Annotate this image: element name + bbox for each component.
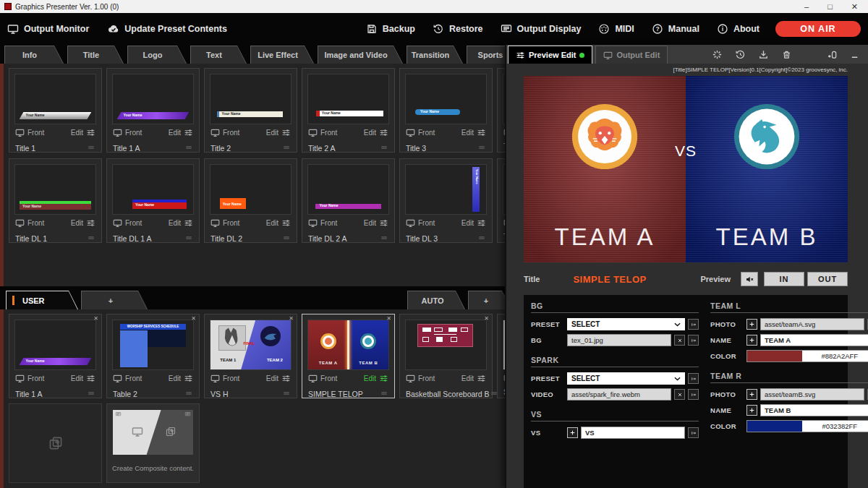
edit-button[interactable]: Edit bbox=[461, 129, 474, 137]
tab-live-effect[interactable]: Live Effect bbox=[250, 46, 314, 64]
team-l-photo-add-button[interactable] bbox=[746, 319, 757, 330]
vs-text-input[interactable] bbox=[581, 427, 685, 439]
team-l-photo-field[interactable] bbox=[760, 318, 864, 330]
tab-transition[interactable]: Transition bbox=[407, 46, 463, 64]
preset-card-title-dl-3[interactable]: Your Name FrontEdit Title DL 3 bbox=[399, 158, 493, 243]
create-composite-card[interactable]: Create Composite content. bbox=[106, 403, 200, 483]
tab-image-and-video[interactable]: Image and Video bbox=[318, 46, 403, 64]
backup-button[interactable]: Backup bbox=[366, 23, 415, 35]
history-restore-icon[interactable] bbox=[735, 49, 746, 60]
mute-button[interactable] bbox=[741, 272, 758, 286]
edit-sliders-icon[interactable] bbox=[477, 374, 486, 383]
trash-icon[interactable] bbox=[781, 49, 792, 60]
drag-handle-icon[interactable] bbox=[477, 142, 486, 155]
edit-button[interactable]: Edit bbox=[364, 374, 376, 382]
close-icon[interactable]: ✕ bbox=[386, 315, 391, 322]
output-monitor-button[interactable]: Output Monitor bbox=[7, 23, 89, 35]
tab-preview-edit[interactable]: Preview Edit bbox=[508, 46, 592, 64]
drag-handle-icon[interactable] bbox=[380, 142, 388, 155]
edit-button[interactable]: Edit bbox=[169, 129, 181, 137]
preset-card-title-1[interactable]: Your Name FrontEdit Title 1 bbox=[9, 68, 102, 153]
drag-handle-icon[interactable] bbox=[87, 232, 95, 245]
bg-apply-button[interactable] bbox=[688, 335, 699, 346]
download-icon[interactable] bbox=[758, 49, 769, 60]
user-card-vs-h[interactable]: ✕ TEAM 1 TEAM 2 FINAL FrontEdit VS H bbox=[204, 314, 297, 398]
vs-add-button[interactable] bbox=[567, 427, 578, 438]
edit-button[interactable]: Edit bbox=[169, 374, 181, 382]
drag-handle-icon[interactable] bbox=[87, 388, 95, 401]
edit-sliders-icon[interactable] bbox=[379, 218, 388, 228]
bg-file-field[interactable] bbox=[567, 334, 671, 346]
preset-card-title-3[interactable]: Your Name FrontEdit Title 3 bbox=[399, 68, 493, 153]
resize-toggle-icon[interactable] bbox=[827, 49, 838, 60]
manual-button[interactable]: Manual bbox=[652, 23, 699, 35]
window-close-button[interactable]: ✕ bbox=[851, 0, 858, 13]
drag-handle-icon[interactable] bbox=[282, 232, 291, 245]
bg-clear-button[interactable] bbox=[674, 335, 685, 346]
edit-button[interactable]: Edit bbox=[266, 129, 278, 137]
edit-button[interactable]: Edit bbox=[461, 219, 474, 227]
close-icon[interactable]: ✕ bbox=[93, 315, 98, 322]
user-card-table-2[interactable]: ✕ WORSHIP SERVICES SCHEDULE FrontEdit Ta… bbox=[106, 314, 200, 398]
edit-button[interactable]: Edit bbox=[71, 219, 83, 227]
tab-user[interactable]: USER bbox=[6, 291, 78, 309]
bg-preset-apply-button[interactable] bbox=[688, 319, 699, 330]
tab-auto[interactable]: AUTO bbox=[407, 291, 465, 309]
edit-button[interactable]: Edit bbox=[266, 374, 278, 382]
close-icon[interactable]: ✕ bbox=[484, 315, 489, 322]
edit-sliders-icon[interactable] bbox=[379, 128, 388, 137]
preset-card-title-dl-2[interactable]: Your Name FrontEdit Title DL 2 bbox=[204, 158, 297, 243]
edit-sliders-icon[interactable] bbox=[379, 374, 388, 383]
preset-card-title-1a[interactable]: Your Name FrontEdit Title 1 A bbox=[106, 68, 200, 153]
spark-preset-apply-button[interactable] bbox=[688, 373, 699, 384]
edit-button[interactable]: Edit bbox=[71, 374, 83, 382]
team-r-color-field[interactable]: #032382FF bbox=[746, 420, 868, 432]
spark-preset-select[interactable]: SELECT bbox=[567, 372, 685, 385]
drag-handle-icon[interactable] bbox=[87, 142, 95, 155]
team-r-name-input[interactable] bbox=[760, 404, 868, 416]
tab-logo[interactable]: Logo bbox=[127, 46, 187, 64]
user-card-title-1a[interactable]: ✕ Your Name FrontEdit Title 1 A bbox=[9, 314, 102, 398]
preset-card-title-2a[interactable]: Your Name FrontEdit Title 2 A bbox=[302, 68, 395, 153]
on-air-button[interactable]: ON AIR bbox=[775, 21, 861, 37]
tab-info[interactable]: Info bbox=[4, 46, 64, 64]
spark-video-clear-button[interactable] bbox=[674, 389, 685, 400]
output-display-button[interactable]: Output Display bbox=[501, 23, 582, 35]
spark-video-apply-button[interactable] bbox=[688, 389, 699, 400]
add-user-tab-button[interactable]: + bbox=[81, 291, 148, 309]
team-r-photo-field[interactable] bbox=[760, 388, 864, 401]
team-r-name-add-button[interactable] bbox=[746, 405, 757, 416]
edit-button[interactable]: Edit bbox=[364, 129, 376, 137]
preset-card-title-2[interactable]: Your Name FrontEdit Title 2 bbox=[204, 68, 297, 153]
edit-sliders-icon[interactable] bbox=[281, 218, 291, 228]
edit-button[interactable]: Edit bbox=[461, 374, 474, 382]
drag-handle-icon[interactable] bbox=[477, 232, 486, 245]
edit-button[interactable]: Edit bbox=[266, 219, 278, 227]
edit-sliders-icon[interactable] bbox=[86, 374, 95, 383]
window-minimize-button[interactable]: – bbox=[804, 0, 809, 13]
drag-handle-icon[interactable] bbox=[184, 388, 193, 401]
panel-minimize-icon[interactable] bbox=[850, 49, 861, 60]
drag-handle-icon[interactable] bbox=[184, 232, 193, 245]
drag-handle-icon[interactable] bbox=[380, 232, 388, 245]
drag-handle-icon[interactable] bbox=[184, 142, 193, 155]
preset-card-title-dl-1[interactable]: Your Name FrontEdit Title DL 1 bbox=[9, 158, 102, 243]
edit-sliders-icon[interactable] bbox=[184, 128, 193, 137]
team-r-photo-add-button[interactable] bbox=[746, 389, 757, 400]
add-content-card[interactable] bbox=[9, 403, 102, 483]
clear-burst-icon[interactable] bbox=[712, 49, 723, 60]
close-icon[interactable]: ✕ bbox=[289, 315, 294, 322]
edit-sliders-icon[interactable] bbox=[281, 128, 291, 137]
edit-button[interactable]: Edit bbox=[364, 219, 376, 227]
tab-text[interactable]: Text bbox=[190, 46, 247, 64]
tab-title[interactable]: Title bbox=[67, 46, 124, 64]
drag-handle-icon[interactable] bbox=[380, 388, 388, 401]
close-icon[interactable]: ✕ bbox=[191, 315, 196, 322]
edit-button[interactable]: Edit bbox=[169, 219, 181, 227]
in-button[interactable]: IN bbox=[764, 272, 804, 286]
edit-sliders-icon[interactable] bbox=[86, 218, 95, 228]
restore-button[interactable]: Restore bbox=[433, 23, 483, 35]
bg-preset-select[interactable]: SELECT bbox=[567, 318, 685, 330]
edit-sliders-icon[interactable] bbox=[477, 218, 486, 228]
team-l-name-input[interactable] bbox=[760, 334, 868, 346]
